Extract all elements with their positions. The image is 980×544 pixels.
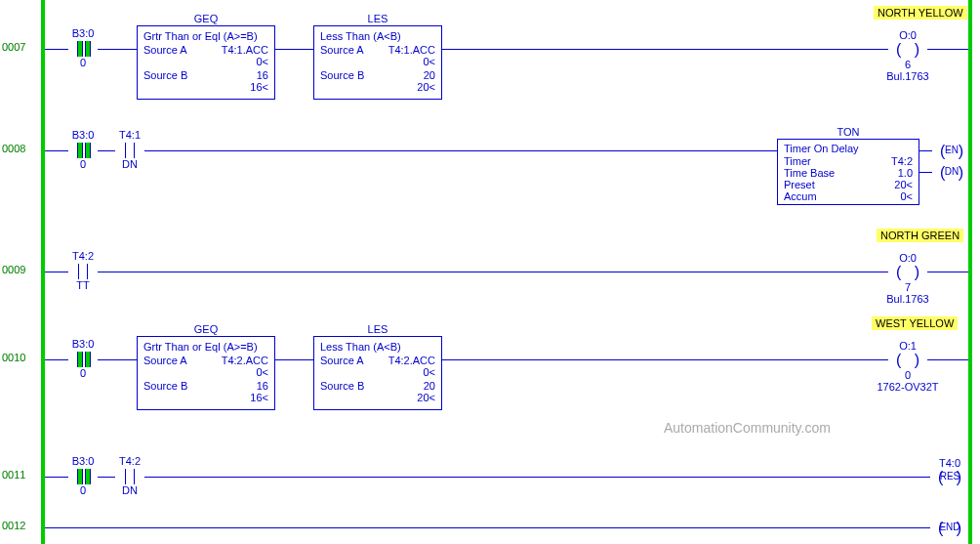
xic-b3-0[interactable]: B3:0 0 bbox=[68, 342, 98, 381]
ton-block[interactable]: TON Timer On Delay TimerT4:2 Time Base1.… bbox=[777, 139, 919, 205]
xic-b3-0[interactable]: B3:0 0 bbox=[68, 459, 98, 498]
rung-number: 0011 bbox=[2, 469, 25, 481]
watermark: AutomationCommunity.com bbox=[664, 420, 831, 436]
rung-number: 0012 bbox=[2, 520, 25, 531]
output-label-north-green: NORTH GREEN bbox=[877, 229, 963, 242]
output-coil-north-green[interactable]: O:0 () 7 Bul.1763 bbox=[888, 264, 927, 283]
xic-t4-1-dn[interactable]: T4:1 DN bbox=[115, 133, 144, 172]
geq-block[interactable]: GEQ Grtr Than or Eql (A>=B) Source AT4:1… bbox=[137, 25, 275, 100]
end-instruction: (END) bbox=[930, 520, 969, 539]
rung-number: 0008 bbox=[2, 143, 25, 154]
geq-block[interactable]: GEQ Grtr Than or Eql (A>=B) Source AT4:2… bbox=[137, 336, 275, 410]
les-block[interactable]: LES Less Than (A<B) Source AT4:1.ACC 0< … bbox=[313, 25, 442, 100]
xic-t4-2-tt[interactable]: T4:2 TT bbox=[68, 254, 98, 293]
output-coil-north-yellow[interactable]: O:0 () 6 Bul.1763 bbox=[888, 41, 927, 61]
res-coil[interactable]: T4:0 (RES) bbox=[930, 469, 969, 488]
rung-number: 0009 bbox=[2, 264, 25, 275]
xic-b3-0[interactable]: B3:0 0 bbox=[68, 133, 98, 172]
ton-dn-pin: (DN) bbox=[932, 164, 971, 184]
output-label-north-yellow: NORTH YELLOW bbox=[874, 6, 967, 20]
rung-number: 0010 bbox=[2, 352, 25, 363]
xic-b3-0[interactable]: B3:0 0 bbox=[68, 31, 98, 70]
output-coil-west-yellow[interactable]: O:1 () 0 1762-OV32T bbox=[888, 352, 927, 371]
ton-en-pin: (EN) bbox=[932, 143, 971, 162]
rung-number: 0007 bbox=[2, 41, 25, 53]
xic-t4-2-dn[interactable]: T4:2 DN bbox=[115, 459, 144, 498]
les-block[interactable]: LES Less Than (A<B) Source AT4:2.ACC 0< … bbox=[313, 336, 442, 410]
output-label-west-yellow: WEST YELLOW bbox=[872, 316, 958, 330]
